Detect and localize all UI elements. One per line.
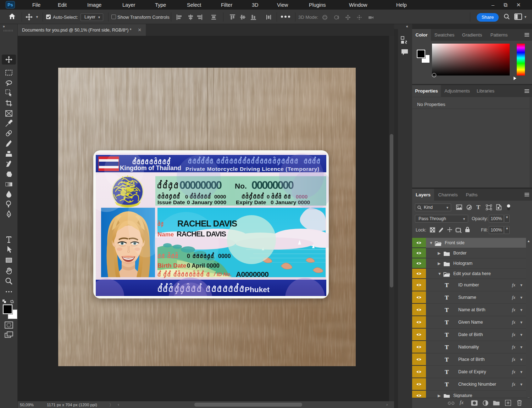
svg-text:Birth Date: Birth Date — [157, 262, 186, 269]
svg-text:0000: 0000 — [218, 253, 231, 259]
svg-text:0: 0 — [187, 253, 190, 259]
svg-text:Name: Name — [157, 231, 174, 238]
svg-text:No.: No. — [235, 182, 247, 190]
svg-text:Issue Date: Issue Date — [157, 199, 185, 205]
svg-text:RACHEL DAVIS: RACHEL DAVIS — [177, 230, 226, 238]
svg-text:A0000000: A0000000 — [236, 270, 269, 278]
svg-text:/ ID No.: / ID No. — [214, 272, 232, 277]
svg-text:0000: 0000 — [214, 194, 226, 200]
svg-text:0 April 0000: 0 April 0000 — [187, 262, 220, 269]
svg-text:0: 0 — [267, 194, 270, 200]
svg-text:Phuket: Phuket — [245, 285, 270, 294]
svg-text:Expiry Date: Expiry Date — [236, 199, 266, 205]
svg-text:RACHEL DAVIS: RACHEL DAVIS — [177, 219, 237, 228]
svg-text:0 January 0000: 0 January 0000 — [187, 199, 226, 205]
